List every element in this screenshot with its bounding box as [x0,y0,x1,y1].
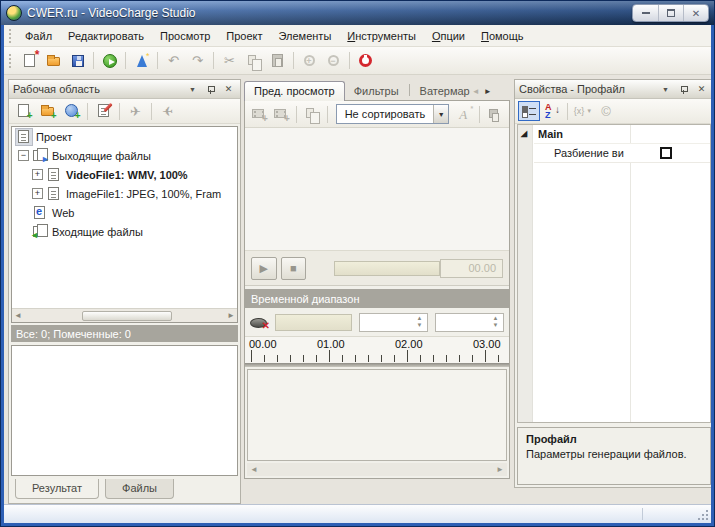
duplicate-button[interactable] [302,103,322,125]
tab-watermark[interactable]: Ватермар [411,82,470,101]
tree-item-web[interactable]: e Web [12,203,237,222]
time-display: 00.00 [440,259,503,278]
tool-a-button[interactable]: ✈ [124,100,147,122]
tab-result[interactable]: Результат [15,479,99,499]
layout-button[interactable] [485,103,505,125]
font-effects-button[interactable]: A* [454,103,474,125]
dropdown-button[interactable]: ▼ [433,105,448,123]
copyright-button[interactable]: © [595,101,617,121]
stop-button[interactable] [354,50,377,72]
undo-button[interactable]: ↶ [162,50,185,72]
panel-menu-button[interactable]: ▼ [658,82,673,96]
sort-dropdown[interactable]: Не сортировать ▼ [336,104,450,124]
edit-item-button[interactable] [92,100,115,122]
paste-button[interactable] [266,50,289,72]
title-bar[interactable]: CWER.ru - VideoCharge Studio ✕ [1,1,714,25]
menu-tools[interactable]: Инструменты [339,27,424,45]
tool-b-button[interactable]: ✈ [156,100,179,122]
menu-project[interactable]: Проект [218,27,270,45]
category-expanded-icon[interactable]: ◢ [521,129,527,138]
close-button[interactable]: ✕ [683,5,708,21]
menu-edit[interactable]: Редактировать [60,27,152,45]
add-url-button[interactable]: + [60,100,83,122]
menu-elements[interactable]: Элементы [271,27,340,45]
expand-icon[interactable]: + [32,188,43,199]
zoom-out-button[interactable]: − [322,50,345,72]
copy-button[interactable] [242,50,265,72]
spin-up-icon[interactable]: ▲ [493,315,499,322]
disable-range-icon[interactable]: ✕ [250,315,268,329]
tabs-scroll-left-icon[interactable]: ◄ [472,87,480,96]
start-generation-button[interactable] [98,50,121,72]
spinner-arrows[interactable]: ▲▼ [413,314,426,331]
timeline-scrollbar[interactable]: ◄ ► [247,463,507,476]
project-tree[interactable]: Проект − ► Выходящие файлы + VideoFile1:… [11,126,238,323]
panel-close-button[interactable]: ✕ [694,82,709,96]
wizard-button[interactable]: * [130,50,153,72]
add-video-button[interactable]: + [249,103,269,125]
tab-files[interactable]: Файлы [105,479,174,499]
zoom-in-button[interactable]: + [298,50,321,72]
tree-item-output-files[interactable]: − ► Выходящие файлы [12,146,237,165]
property-row-video-split[interactable]: Разбиение ви [534,143,710,163]
add-frame-button[interactable]: + [271,103,291,125]
toolbar-grip[interactable] [9,54,13,68]
play-button[interactable]: ▶ [251,257,277,280]
tree-item-project[interactable]: Проект [12,127,237,146]
timeline-track[interactable] [247,369,507,461]
resize-grip[interactable] [706,510,708,512]
tree-item-videofile1[interactable]: + VideoFile1: WMV, 100% [12,165,237,184]
menu-options[interactable]: Опции [424,27,473,45]
category-row-main[interactable]: ◢ Main [518,125,710,143]
panel-pin-button[interactable] [676,82,691,96]
alphabetical-sort-button[interactable]: AZ↓ [541,101,563,121]
panel-menu-button[interactable]: ▼ [185,82,200,96]
scroll-left-icon[interactable]: ◄ [14,311,22,320]
menu-view[interactable]: Просмотр [152,27,218,45]
video-split-checkbox[interactable] [660,147,672,159]
spin-up-icon[interactable]: ▲ [416,315,422,322]
cut-button[interactable]: ✂ [218,50,241,72]
tree-item-imagefile1[interactable]: + ImageFile1: JPEG, 100%, Fram [12,184,237,203]
range-start-spinner[interactable]: ▲▼ [359,313,428,332]
tree-horizontal-scrollbar[interactable]: ◄ ► [12,308,237,322]
redo-button[interactable]: ↷ [186,50,209,72]
spin-down-icon[interactable]: ▼ [416,322,422,329]
open-project-button[interactable] [42,50,65,72]
collapse-icon[interactable]: − [18,150,29,161]
minimize-button[interactable] [633,5,658,21]
range-bar[interactable] [275,314,352,331]
property-grid[interactable]: ◢ Main Разбиение ви [517,124,711,423]
panel-pin-button[interactable] [203,82,218,96]
categorized-view-button[interactable] [518,101,540,121]
add-file-button[interactable]: + [12,100,35,122]
work-area-header[interactable]: Рабочая область ▼ ✕ [9,80,240,99]
new-project-button[interactable]: * [18,50,41,72]
range-end-spinner[interactable]: ▲▼ [435,313,504,332]
panel-close-button[interactable]: ✕ [221,82,236,96]
spinner-arrows[interactable]: ▲▼ [489,314,502,331]
tab-preview[interactable]: Пред. просмотр [244,81,345,101]
seek-bar[interactable] [334,261,440,276]
tree-item-input-files[interactable]: ◄ Входящие файлы [12,222,237,241]
menu-grip[interactable] [9,29,13,43]
scrollbar-thumb[interactable] [82,311,172,321]
save-project-button[interactable] [66,50,89,72]
scroll-left-icon[interactable]: ◄ [250,465,258,474]
tab-filters[interactable]: Фильтры [345,82,408,101]
tool-a-icon: ✈ [130,105,141,118]
scroll-right-icon[interactable]: ► [496,465,504,474]
timeline-ruler[interactable]: 00.00 01.00 02.00 03.00 [245,336,509,363]
menu-file[interactable]: Файл [17,27,60,45]
properties-header[interactable]: Свойства - Профайл ▼ ✕ [515,80,711,99]
expand-icon[interactable]: + [32,169,43,180]
maximize-button[interactable] [658,5,683,21]
stop-playback-button[interactable]: ■ [281,257,307,280]
scroll-right-icon[interactable]: ► [227,311,235,320]
menu-help[interactable]: Помощь [473,27,532,45]
add-folder-button[interactable]: + [36,100,59,122]
variables-button[interactable]: {x}▼ [572,101,594,121]
files-list[interactable] [11,345,238,476]
tabs-scroll-right-icon[interactable]: ► [484,87,492,96]
spin-down-icon[interactable]: ▼ [493,322,499,329]
